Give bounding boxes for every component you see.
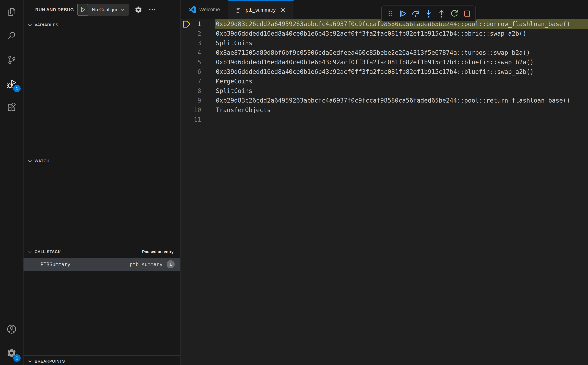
tab-ptb-summary[interactable]: ptb_summary (228, 0, 294, 19)
stop-button[interactable] (461, 8, 473, 19)
breakpoints-section-label: BREAKPOINTS (35, 359, 65, 364)
watch-section-label: WATCH (35, 159, 50, 163)
activity-item-manage[interactable]: 1 (0, 341, 23, 365)
sidebar-title: RUN AND DEBUG (35, 7, 74, 12)
line-number: 3 (181, 38, 201, 48)
breakpoints-section-header[interactable]: BREAKPOINTS (23, 356, 180, 365)
line-number: 9 (181, 96, 201, 105)
debug-configuration-dropdown[interactable]: No Configur (88, 4, 129, 16)
code-line-11[interactable]: 11 (181, 115, 588, 124)
account-icon (7, 324, 17, 334)
line-number: 4 (181, 48, 201, 57)
call-stack-section-header[interactable]: CALL STACK Paused on entry (23, 246, 180, 258)
line-number: 11 (181, 115, 201, 124)
tab-welcome-label: Welcome (199, 7, 220, 13)
code-line-3[interactable]: 3 SplitCoins (181, 38, 588, 48)
frame-file: ptb_summary (130, 261, 163, 267)
code-line-8[interactable]: 8 SplitCoins (181, 86, 588, 96)
tab-ptb-summary-label: ptb_summary (246, 7, 276, 13)
debug-settings-gear-button[interactable] (135, 6, 142, 14)
vscode-logo-icon (188, 6, 196, 14)
line-number: 2 (181, 29, 201, 38)
sidebar-header: RUN AND DEBUG No Configur (23, 0, 180, 19)
frame-name: PTBSummary (41, 261, 71, 267)
debug-configuration-label: No Configur (92, 7, 118, 13)
activity-item-search[interactable] (0, 24, 23, 48)
search-icon (7, 31, 16, 41)
call-stack-section-label: CALL STACK (35, 249, 61, 254)
line-text: 0xb39d6dddedd16ed8a40ce0b1e6b43c92acf0ff… (216, 67, 534, 77)
watch-section-header[interactable]: WATCH (23, 155, 180, 167)
code-line-2[interactable]: 2 0xb39d6dddedd16ed8a40ce0b1e6b43c92acf0… (181, 29, 588, 38)
run-and-debug-sidebar: RUN AND DEBUG No Configur (23, 0, 181, 365)
line-text: MergeCoins (216, 77, 252, 86)
debug-config-control: No Configur (77, 4, 129, 16)
activity-item-extensions[interactable] (0, 96, 23, 119)
files-icon (7, 7, 16, 17)
extensions-icon (7, 103, 16, 112)
frame-line-badge: 1 (167, 260, 175, 268)
list-icon (236, 7, 242, 14)
line-number: 6 (181, 67, 201, 77)
chevron-down-icon (28, 359, 32, 364)
breakpoints-section: BREAKPOINTS (23, 355, 180, 365)
debug-badge: 1 (13, 84, 21, 93)
source-control-icon (7, 55, 16, 64)
variables-section-header[interactable]: VARIABLES (23, 19, 180, 31)
start-debugging-button[interactable] (77, 4, 88, 16)
line-number: 10 (181, 105, 201, 115)
activity-item-explorer[interactable] (0, 0, 23, 24)
step-into-button[interactable] (423, 8, 434, 19)
code-line-4[interactable]: 4 0x8ae871505a80d8bf6bf9c05906cda6edfeea… (181, 48, 588, 57)
line-text: SplitCoins (216, 86, 252, 96)
variables-section: VARIABLES (23, 19, 180, 31)
activity-bar: 1 1 (0, 0, 23, 365)
call-stack-frame-row[interactable]: PTBSummary ptb_summary 1 (23, 258, 180, 271)
line-number: 5 (181, 57, 201, 67)
line-text: 0xb29d83c26cdd2a64959263abbcfc4a6937f0c9… (216, 96, 570, 105)
line-number: 8 (181, 86, 201, 96)
code-line-9[interactable]: 9 0xb29d83c26cdd2a64959263abbcfc4a6937f0… (181, 96, 588, 105)
code-editor: 1 0xb29d83c26cdd2a64959263abbcfc4a6937f0… (181, 19, 588, 365)
settings-badge: 1 (13, 354, 21, 362)
line-text: 0x8ae871505a80d8bf6bf9c05906cda6edfeea46… (216, 48, 530, 57)
line-number: 7 (181, 77, 201, 86)
activity-item-accounts[interactable] (0, 317, 23, 341)
code-line-7[interactable]: 7 MergeCoins (181, 77, 588, 86)
line-text: SplitCoins (216, 38, 252, 48)
variables-section-label: VARIABLES (35, 23, 58, 27)
line-text: 0xb39d6dddedd16ed8a40ce0b1e6b43c92acf0ff… (216, 57, 534, 67)
continue-button[interactable] (397, 8, 409, 19)
line-text: TransferObjects (216, 105, 271, 115)
call-stack-status: Paused on entry (142, 249, 174, 254)
chevron-down-icon (28, 159, 32, 163)
line-text: 0xb39d6dddedd16ed8a40ce0b1e6b43c92acf0ff… (216, 29, 526, 38)
close-icon[interactable] (280, 7, 286, 13)
more-actions-icon[interactable] (148, 6, 156, 14)
code-line-5[interactable]: 5 0xb39d6dddedd16ed8a40ce0b1e6b43c92acf0… (181, 57, 588, 67)
chevron-down-icon (28, 249, 32, 254)
activity-item-source-control[interactable] (0, 48, 23, 72)
step-over-button[interactable] (410, 8, 421, 19)
activity-item-run-and-debug[interactable]: 1 (0, 72, 23, 96)
tab-welcome[interactable]: Welcome (181, 0, 228, 19)
code-line-6[interactable]: 6 0xb39d6dddedd16ed8a40ce0b1e6b43c92acf0… (181, 67, 588, 77)
editor-area: Welcome ptb_summary (181, 0, 588, 365)
chevron-down-icon (120, 7, 125, 12)
call-stack-section: CALL STACK Paused on entry (23, 246, 180, 258)
step-out-button[interactable] (436, 8, 447, 19)
debug-toolbar (381, 6, 476, 22)
code-line-10[interactable]: 10 TransferObjects (181, 105, 588, 115)
watch-section: WATCH (23, 155, 180, 167)
chevron-down-icon (28, 23, 32, 27)
toolbar-drag-grip[interactable] (384, 8, 396, 19)
play-icon (79, 6, 86, 13)
restart-button[interactable] (449, 8, 460, 19)
line-number: 1 (181, 19, 201, 29)
